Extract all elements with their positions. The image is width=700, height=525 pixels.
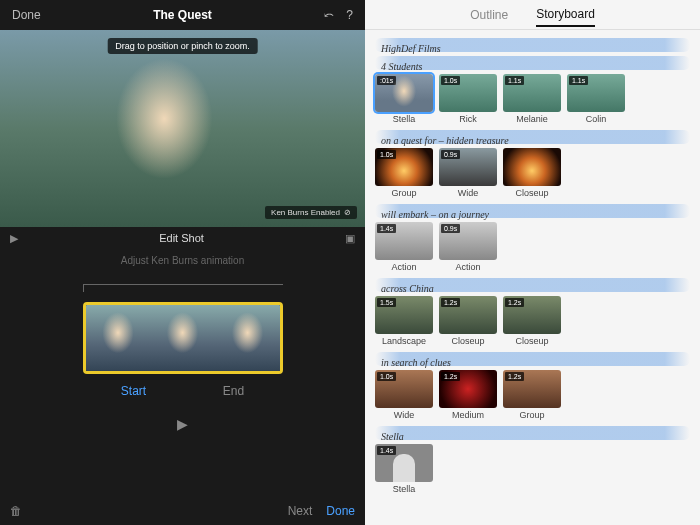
- clip-thumbnail[interactable]: :01s: [375, 74, 433, 112]
- trash-icon[interactable]: 🗑: [10, 504, 22, 518]
- section-title: 4 Students: [375, 61, 422, 72]
- clip-thumbnail[interactable]: 1.0s: [375, 148, 433, 186]
- clip-thumbnail[interactable]: 1.4s: [375, 444, 433, 482]
- section-title: Stella: [375, 431, 404, 442]
- clip[interactable]: 1.2sMedium: [439, 370, 497, 420]
- clip-label: Wide: [458, 188, 479, 198]
- editshot-title: Edit Shot: [18, 232, 345, 244]
- clip[interactable]: Closeup: [503, 148, 561, 198]
- clip[interactable]: 1.0sWide: [375, 370, 433, 420]
- filmstrip[interactable]: [83, 302, 283, 374]
- tab-outline[interactable]: Outline: [470, 8, 508, 22]
- section-title: will embark – on a journey: [375, 209, 489, 220]
- storyboard-panel: Outline Storyboard HighDef Films4 Studen…: [365, 0, 700, 525]
- section-title-stroke[interactable]: Stella: [375, 426, 690, 440]
- clip-label: Melanie: [516, 114, 548, 124]
- clip-thumbnail[interactable]: 1.0s: [375, 370, 433, 408]
- clip-thumbnail[interactable]: 1.5s: [375, 296, 433, 334]
- section-title-stroke[interactable]: across China: [375, 278, 690, 292]
- clip-label: Stella: [393, 484, 416, 494]
- clip-thumbnail[interactable]: 0.9s: [439, 222, 497, 260]
- clip-row: 1.4sAction0.9sAction: [373, 218, 692, 274]
- clip-label: Action: [391, 262, 416, 272]
- clip[interactable]: 1.1sMelanie: [503, 74, 561, 124]
- clip-row: :01sStella1.0sRick1.1sMelanie1.1sColin: [373, 70, 692, 126]
- editshot-bar: ▶ Edit Shot ▣: [0, 227, 365, 249]
- editshot-subtitle: Adjust Ken Burns animation: [0, 249, 365, 274]
- next-button[interactable]: Next: [288, 504, 313, 518]
- ken-burns-badge[interactable]: Ken Burns Enabled⊘: [265, 206, 357, 219]
- clip-label: Closeup: [451, 336, 484, 346]
- panel-tabs: Outline Storyboard: [365, 0, 700, 30]
- clip[interactable]: 1.2sCloseup: [503, 296, 561, 346]
- clip-thumbnail[interactable]: 1.2s: [439, 370, 497, 408]
- clip[interactable]: 1.5sLandscape: [375, 296, 433, 346]
- timeline-ruler[interactable]: [83, 284, 283, 292]
- clip[interactable]: 1.4sStella: [375, 444, 433, 494]
- clip-thumbnail[interactable]: 1.0s: [439, 74, 497, 112]
- clip-row: 1.5sLandscape1.2sCloseup1.2sCloseup: [373, 292, 692, 348]
- clip-thumbnail[interactable]: 1.2s: [503, 370, 561, 408]
- story-section: on a quest for – hidden treasure1.0sGrou…: [373, 130, 692, 200]
- toggle-icon: ⊘: [344, 208, 351, 217]
- help-icon[interactable]: ?: [346, 8, 353, 22]
- undo-icon[interactable]: ⤺: [324, 8, 334, 22]
- clip[interactable]: 1.2sGroup: [503, 370, 561, 420]
- clip-duration: 1.0s: [377, 150, 396, 159]
- section-title-stroke[interactable]: 4 Students: [375, 56, 690, 70]
- storyboard-list[interactable]: HighDef Films4 Students:01sStella1.0sRic…: [365, 30, 700, 525]
- done-footer-button[interactable]: Done: [326, 504, 355, 518]
- clip-duration: 0.9s: [441, 150, 460, 159]
- section-title: HighDef Films: [375, 43, 441, 54]
- clip[interactable]: 1.4sAction: [375, 222, 433, 272]
- clip-row: 1.0sWide1.2sMedium1.2sGroup: [373, 366, 692, 422]
- kb-end-tab[interactable]: End: [223, 384, 244, 398]
- clip-thumbnail[interactable]: 1.2s: [503, 296, 561, 334]
- clip[interactable]: :01sStella: [375, 74, 433, 124]
- section-title-stroke[interactable]: HighDef Films: [375, 38, 690, 52]
- clip[interactable]: 0.9sAction: [439, 222, 497, 272]
- clip-label: Group: [519, 410, 544, 420]
- clip[interactable]: 1.2sCloseup: [439, 296, 497, 346]
- story-section: Stella1.4sStella: [373, 426, 692, 496]
- done-button[interactable]: Done: [12, 8, 41, 22]
- clip-duration: 1.2s: [505, 372, 524, 381]
- clip-thumbnail[interactable]: 1.1s: [503, 74, 561, 112]
- clip[interactable]: 0.9sWide: [439, 148, 497, 198]
- clip-thumbnail[interactable]: 0.9s: [439, 148, 497, 186]
- clip-thumbnail[interactable]: 1.1s: [567, 74, 625, 112]
- clip-label: Closeup: [515, 336, 548, 346]
- play-center-button[interactable]: ▶: [177, 416, 188, 432]
- fullscreen-icon[interactable]: ▣: [345, 232, 355, 245]
- story-section: in search of clues1.0sWide1.2sMedium1.2s…: [373, 352, 692, 422]
- kb-labels: Start End: [83, 384, 283, 398]
- kb-start-tab[interactable]: Start: [121, 384, 146, 398]
- clip-label: Wide: [394, 410, 415, 420]
- overlay-hint: Drag to position or pinch to zoom.: [107, 38, 258, 54]
- section-title-stroke[interactable]: on a quest for – hidden treasure: [375, 130, 690, 144]
- clip-label: Action: [455, 262, 480, 272]
- clip-duration: 1.4s: [377, 224, 396, 233]
- clip[interactable]: 1.0sGroup: [375, 148, 433, 198]
- story-section: 4 Students:01sStella1.0sRick1.1sMelanie1…: [373, 56, 692, 126]
- clip-label: Colin: [586, 114, 607, 124]
- footer-bar: 🗑 Next Done: [0, 497, 365, 525]
- play-button[interactable]: ▶: [10, 232, 18, 245]
- clip-thumbnail[interactable]: 1.2s: [439, 296, 497, 334]
- section-title-stroke[interactable]: will embark – on a journey: [375, 204, 690, 218]
- clip-thumbnail[interactable]: 1.4s: [375, 222, 433, 260]
- editor-panel: Done The Quest ⤺ ? Drag to position or p…: [0, 0, 365, 525]
- clip-thumbnail[interactable]: [503, 148, 561, 186]
- clip[interactable]: 1.0sRick: [439, 74, 497, 124]
- clip-label: Medium: [452, 410, 484, 420]
- tab-storyboard[interactable]: Storyboard: [536, 7, 595, 27]
- clip-duration: 1.2s: [441, 298, 460, 307]
- clip-label: Stella: [393, 114, 416, 124]
- clip-duration: 1.4s: [377, 446, 396, 455]
- preview-viewer[interactable]: Drag to position or pinch to zoom. Ken B…: [0, 30, 365, 227]
- section-title-stroke[interactable]: in search of clues: [375, 352, 690, 366]
- header-bar: Done The Quest ⤺ ?: [0, 0, 365, 30]
- clip-duration: 0.9s: [441, 224, 460, 233]
- clip-label: Group: [391, 188, 416, 198]
- clip[interactable]: 1.1sColin: [567, 74, 625, 124]
